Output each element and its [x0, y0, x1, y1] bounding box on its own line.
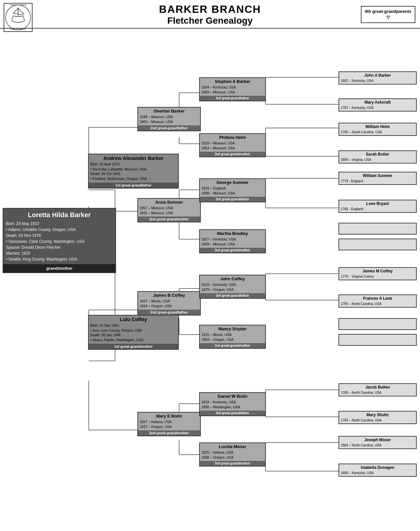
james-m-coffey-name: James M Coffey	[339, 268, 416, 274]
daniel-details: 1819 – Kentucky, USA 1890 – Washington, …	[200, 399, 265, 410]
title-line1: BARKER BRANCH	[159, 3, 261, 15]
sarah-butler-details: 1809 – Virginia, USA	[339, 157, 416, 163]
anna-name: Anna Sumner	[138, 199, 200, 205]
mary-bolin-role: 2nd great-grandmother	[138, 430, 200, 436]
header: RECTA PETE BARKER BRANCH Fletcher Geneal…	[0, 0, 420, 29]
joseph-moser-name: Joseph Moser	[339, 437, 416, 443]
person-nancy-parent2	[338, 334, 417, 346]
john-a-barker-details: 1802 – Kentucky, USA	[339, 78, 416, 84]
person-overton[interactable]: Overton Barker 1849 – Missouri, USA 1902…	[137, 107, 201, 131]
person-john-a-barker[interactable]: John A Barker 1802 – Kentucky, USA	[338, 71, 417, 85]
person-sarah-butler[interactable]: Sarah Butler 1809 – Virginia, USA	[338, 150, 417, 164]
daniel-role: 3rd great-grandfather	[200, 411, 265, 416]
header-title: BARKER BRANCH Fletcher Genealogy	[159, 3, 261, 26]
jacob-bullen-details: 1785 – North Carolina, USA	[339, 390, 416, 396]
loretta-name: Loretta Hilda Barker	[3, 209, 115, 220]
love-bryant-details: 1785 - England	[339, 207, 416, 212]
nancy-details: 1815 – Illinois, USA 1893 – Oregon, USA	[200, 332, 265, 342]
person-lulu[interactable]: Lulu Coffey Birth: 12 Sep 1881 • Scio, L…	[88, 315, 179, 350]
person-frances-lane[interactable]: Frances A Lane 1785 – North Carolina, US…	[338, 294, 417, 308]
nancy-role: 3rd great-grandmother	[200, 343, 265, 348]
person-william-helm[interactable]: William Helm 1795 – South Carolina, USA	[338, 123, 417, 136]
person-george-sumner[interactable]: George Sumner 1819 – England 1909 – Miss…	[199, 178, 266, 202]
martha-details: 1827 – Kentucky, USA 1859 – Missouri, US…	[200, 237, 265, 247]
nancy-name: Nancy Snyder	[200, 325, 265, 332]
lucida-role: 3rd great-grandmother	[200, 461, 265, 466]
john-coffey-role: 3rd great-grandfather	[200, 293, 265, 298]
person-jacob-bullen[interactable]: Jacob Bullen 1785 – North Carolina, USA	[338, 383, 417, 396]
andrew-details: Birth: 18 April 1879 • Sni A Bar, Lafaye…	[89, 162, 178, 182]
mary-shultz-details: 1794 – North Carolina, USA	[339, 418, 416, 423]
person-mary-shultz[interactable]: Mary Shultz 1794 – North Carolina, USA	[338, 411, 417, 424]
badge-text: 4th great-grandparents ▽	[365, 9, 411, 20]
person-isabelia-dunagen[interactable]: Isiabelia Dunagen 1806 – Kentucky, USA	[338, 464, 417, 477]
lulu-details: Birth: 12 Sep 1881 • Scio, Linn County, …	[89, 323, 178, 343]
william-sumner-name: William Sumner	[339, 172, 416, 179]
lucida-name: Lucida Moser	[200, 443, 265, 450]
george-role: 3rd great-grandfather	[200, 197, 265, 202]
philena-details: 1829 – Missouri, USA 1854 – Missouri, US…	[200, 140, 265, 151]
person-philena[interactable]: Philena Helm 1829 – Missouri, USA 1854 –…	[199, 133, 266, 157]
daniel-name: Daniel W Bolin	[200, 393, 265, 399]
person-john-coffey[interactable]: John Coffey 1810 – Kentucky, USA 1879 – …	[199, 275, 266, 299]
philena-role: 3rd great-grandmother	[200, 152, 265, 157]
generation-badge: 4th great-grandparents ▽	[361, 6, 415, 23]
person-loretta[interactable]: Loretta Hilda Barker Birth: 29 May 1910 …	[3, 208, 116, 273]
loretta-details: Birth: 29 May 1910 • Adams, Umatilla Cou…	[3, 220, 115, 264]
john-coffey-details: 1810 – Kentucky, USA 1879 – Oregon, USA	[200, 282, 265, 292]
genealogy-chart: Loretta Hilda Barker Birth: 29 May 1910 …	[0, 29, 420, 525]
william-helm-name: William Helm	[339, 123, 416, 130]
person-martha-bradley[interactable]: Martha Bradley 1827 – Kentucky, USA 1859…	[199, 229, 266, 253]
loretta-role: grandmother	[3, 264, 115, 272]
stephen-name: Stephen A Barker	[200, 78, 265, 85]
william-sumner-details: 1779 - England	[339, 179, 416, 184]
james-m-coffey-details: 1776 – Virginia Colony	[339, 274, 416, 280]
person-love-bryant[interactable]: Love Bryant 1785 - England	[338, 200, 417, 213]
frances-lane-name: Frances A Lane	[339, 295, 416, 301]
anna-details: 1857 – Missouri, USA 1891 – Missouri, US…	[138, 205, 200, 216]
person-martha-parent1	[338, 223, 417, 235]
stephen-role: 3rd great-grandfather	[200, 96, 265, 101]
mary-ashcraft-details: 1797 – Kentucky, USA	[339, 105, 416, 111]
person-lucida-moser[interactable]: Lucida Moser 1825 – Indiana, USA 1898 – …	[199, 442, 266, 467]
person-mary-ashcraft[interactable]: Mary Ashcraft 1797 – Kentucky, USA	[338, 98, 417, 112]
james-coffey-details: 1837 – Illinois, USA 1924 – Oregon, USA	[138, 298, 200, 309]
person-james-m-coffey[interactable]: James M Coffey 1776 – Virginia Colony	[338, 267, 417, 280]
mary-bolin-name: Mary E Bolin	[138, 413, 200, 419]
martha-role: 3rd great-grandmother	[200, 248, 265, 253]
william-helm-details: 1795 – South Carolina, USA	[339, 130, 416, 135]
james-coffey-role: 2nd great-grandfather	[138, 310, 200, 315]
joseph-moser-details: 1804 – North Carolina, USA	[339, 443, 416, 448]
isabelia-details: 1806 – Kentucky, USA	[339, 470, 416, 476]
andrew-name: Andrew Alexander Barker	[89, 154, 178, 162]
overton-name: Overton Barker	[138, 108, 200, 114]
lulu-role: 1st great-grandmother	[89, 344, 178, 349]
lulu-name: Lulu Coffey	[89, 316, 178, 323]
person-mary-bolin[interactable]: Mary E Bolin 1847 – Indiana, USA 1927 – …	[137, 412, 201, 436]
overton-role: 2nd great-grandfather	[138, 125, 200, 131]
person-nancy-snyder[interactable]: Nancy Snyder 1815 – Illinois, USA 1893 –…	[199, 325, 266, 349]
john-coffey-name: John Coffey	[200, 275, 265, 282]
sarah-butler-name: Sarah Butler	[339, 151, 416, 157]
isabelia-name: Isiabelia Dunagen	[339, 464, 416, 470]
james-coffey-name: James B Coffey	[138, 292, 200, 298]
andrew-role: 1st great-grandfather	[89, 183, 178, 188]
person-joseph-moser[interactable]: Joseph Moser 1804 – North Carolina, USA	[338, 436, 417, 449]
george-details: 1819 – England 1909 – Missouri, USA	[200, 186, 265, 196]
jacob-bullen-name: Jacob Bullen	[339, 384, 416, 390]
title-line2: Fletcher Genealogy	[159, 15, 261, 26]
person-andrew[interactable]: Andrew Alexander Barker Birth: 18 April …	[88, 154, 179, 189]
person-anna[interactable]: Anna Sumner 1857 – Missouri, USA 1891 – …	[137, 198, 201, 222]
person-stephen-barker[interactable]: Stephen A Barker 1824 – Kentucky, USA 18…	[199, 77, 266, 101]
person-nancy-parent1	[338, 318, 417, 330]
person-james-coffey[interactable]: James B Coffey 1837 – Illinois, USA 1924…	[137, 291, 201, 316]
george-name: George Sumner	[200, 179, 265, 186]
mary-ashcraft-name: Mary Ashcraft	[339, 99, 416, 105]
lucida-details: 1825 – Indiana, USA 1898 – Oregon, USA	[200, 450, 265, 460]
overton-details: 1849 – Missouri, USA 1902 – Missouri, US…	[138, 114, 200, 125]
person-daniel-bolin[interactable]: Daniel W Bolin 1819 – Kentucky, USA 1890…	[199, 392, 266, 416]
person-william-sumner[interactable]: William Sumner 1779 - England	[338, 172, 417, 185]
person-martha-parent2	[338, 239, 417, 250]
stephen-details: 1824 – Kentucky, USA 1893 – Missouri, US…	[200, 85, 265, 95]
frances-lane-details: 1785 – North Carolina, USA	[339, 301, 416, 307]
